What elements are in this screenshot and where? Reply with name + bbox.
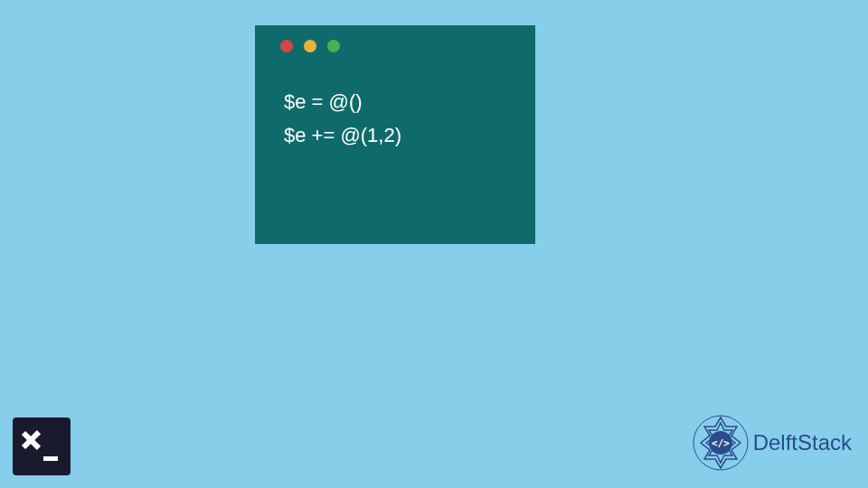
brand-name: DelftStack	[753, 430, 852, 455]
minimize-icon	[304, 40, 316, 52]
delftstack-logo: </> DelftStack	[692, 414, 852, 472]
code-line-1: $e = @()	[284, 85, 517, 118]
powershell-symbol	[22, 428, 61, 465]
close-icon	[280, 40, 293, 52]
svg-text:</>: </>	[712, 437, 730, 449]
mandala-icon: </>	[692, 414, 750, 472]
code-content: $e = @() $e += @(1,2)	[273, 78, 517, 153]
powershell-icon	[13, 418, 71, 475]
window-controls	[273, 40, 517, 52]
code-window: $e = @() $e += @(1,2)	[255, 25, 535, 244]
code-line-2: $e += @(1,2)	[284, 118, 517, 152]
maximize-icon	[327, 40, 340, 52]
